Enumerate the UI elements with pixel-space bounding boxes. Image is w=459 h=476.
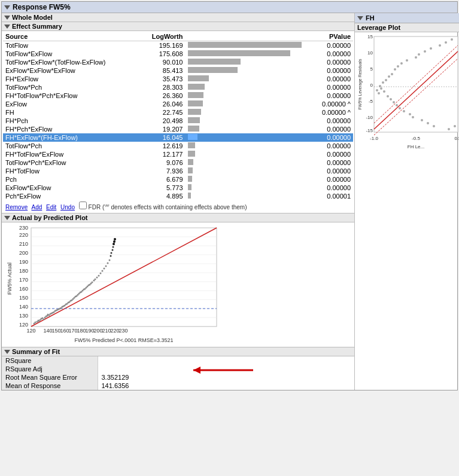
undo-link[interactable]: Undo (60, 204, 75, 210)
fh-collapse-icon[interactable] (357, 16, 363, 20)
svg-point-141 (400, 62, 403, 65)
fh-titlebar: FH (355, 13, 459, 23)
svg-text:5: 5 (370, 66, 373, 72)
sof-value-1 (98, 365, 181, 373)
svg-point-104 (113, 240, 115, 243)
svg-point-94 (102, 270, 104, 272)
es-bar-10 (186, 125, 310, 133)
es-pvalue-8: 0.00000 ^ (310, 108, 354, 117)
svg-point-152 (433, 125, 435, 127)
svg-text:-1.0: -1.0 (370, 136, 378, 141)
svg-point-91 (96, 277, 98, 279)
es-bar-8 (186, 108, 310, 117)
effect-summary-collapse-icon[interactable] (4, 25, 10, 29)
svg-point-93 (100, 273, 102, 274)
sof-row: RSquare Adj (2, 365, 181, 373)
svg-point-138 (396, 104, 398, 106)
es-source-6: FH*TotFlow*Pch*ExFlow (3, 91, 139, 100)
svg-point-132 (387, 95, 389, 97)
svg-point-101 (112, 249, 114, 251)
es-pvalue-9: 0.00000 (310, 117, 354, 125)
es-source-2: TotFlow*ExFlow*(TotFlow-ExFlow) (3, 58, 139, 66)
collapse-icon[interactable] (4, 5, 10, 10)
abp-title: Actual by Predicted Plot (12, 214, 88, 221)
es-bar-0 (186, 41, 310, 50)
right-column: FH Leverage Plot 15 10 5 0 -5 -10 -15 -1 (355, 13, 459, 390)
sof-label-1: RSquare Adj (2, 365, 98, 373)
svg-text:170: 170 (19, 277, 28, 283)
sof-content-area: RSquare RSquare Adj Root Mean Square Err… (2, 356, 354, 390)
es-source-3: ExFlow*ExFlow*ExFlow (3, 66, 139, 75)
svg-text:200: 200 (19, 250, 28, 256)
summary-of-fit-section: Summary of Fit RSquare RSquare Adj Root … (2, 347, 354, 390)
col-pvalue: PValue (310, 32, 354, 41)
es-logworth-5: 28.303 (139, 83, 185, 91)
abp-collapse-icon[interactable] (4, 216, 10, 220)
svg-point-40 (35, 322, 37, 324)
es-logworth-8: 22.745 (139, 108, 185, 117)
sof-value-0 (98, 356, 181, 365)
svg-text:150: 150 (51, 328, 60, 334)
es-pvalue-4: 0.00000 (310, 75, 354, 83)
es-source-7: ExFlow (3, 100, 139, 108)
svg-point-144 (409, 113, 411, 115)
es-pvalue-10: 0.00000 (310, 125, 354, 133)
svg-point-135 (391, 73, 393, 75)
es-bar-13 (186, 150, 310, 158)
response-fw5-titlebar: Response FW5% (2, 2, 457, 13)
svg-text:210: 210 (19, 241, 28, 247)
sof-row: Mean of Response 141.6356 (2, 382, 181, 390)
svg-point-127 (379, 85, 381, 87)
remove-link[interactable]: Remove (5, 204, 28, 210)
svg-text:-15: -15 (366, 128, 373, 133)
svg-point-133 (388, 75, 390, 78)
svg-point-88 (92, 282, 93, 283)
sof-label-3: Mean of Response (2, 382, 98, 390)
es-bar-12 (186, 142, 310, 150)
svg-point-92 (98, 275, 100, 277)
es-source-16: Pch (3, 175, 139, 184)
es-bar-4 (186, 75, 310, 83)
edit-link[interactable]: Edit (46, 204, 56, 210)
svg-marker-107 (193, 367, 200, 374)
es-source-18: Pch*ExFlow (3, 192, 139, 200)
whole-model-collapse-icon[interactable] (4, 16, 10, 20)
svg-point-126 (378, 92, 380, 94)
es-logworth-15: 7.936 (139, 167, 185, 175)
sof-value-2: 3.352129 (98, 373, 181, 382)
svg-point-96 (105, 266, 107, 267)
svg-point-149 (424, 50, 426, 53)
svg-point-134 (390, 98, 392, 100)
es-logworth-9: 20.498 (139, 117, 185, 125)
es-source-17: ExFlow*ExFlow (3, 184, 139, 192)
es-source-11: FH*ExFlow*(FH-ExFlow) (3, 133, 139, 142)
leverage-plot-title: Leverage Plot (357, 24, 400, 31)
svg-point-147 (418, 53, 420, 56)
es-source-14: TotFlow*Pch*ExFlow (3, 158, 139, 167)
svg-text:140: 140 (19, 304, 28, 310)
col-logworth: LogWorth (139, 32, 185, 41)
es-logworth-2: 90.010 (139, 58, 185, 66)
svg-point-146 (415, 56, 417, 59)
col-bar (186, 32, 310, 41)
es-pvalue-7: 0.00000 ^ (310, 100, 354, 108)
effect-summary-footer: Remove Add Edit Undo FDR ('^' denotes ef… (3, 200, 353, 212)
add-link[interactable]: Add (31, 204, 42, 210)
fdr-checkbox[interactable] (79, 202, 87, 209)
whole-model-title: Whole Model (12, 14, 53, 21)
effect-summary-section: Effect Summary (2, 22, 354, 31)
es-bar-14 (186, 158, 310, 167)
fh-title: FH (366, 14, 375, 22)
es-pvalue-1: 0.00000 (310, 50, 354, 58)
leverage-plot-svg: 15 10 5 0 -5 -10 -15 -1.0 -0.5 0.5 FW5% … (356, 33, 459, 153)
sof-collapse-icon[interactable] (4, 350, 10, 354)
es-logworth-6: 26.360 (139, 91, 185, 100)
svg-point-98 (109, 260, 111, 261)
abp-plot-container: 120 130 140 150 160 170 180 190 200 210 … (2, 222, 354, 347)
es-bar-9 (186, 117, 310, 125)
svg-point-154 (445, 41, 447, 44)
svg-text:FH Le...: FH Le... (408, 144, 424, 149)
es-bar-2 (186, 58, 310, 66)
es-pvalue-17: 0.00000 (310, 184, 354, 192)
es-source-12: TotFlow*Pch (3, 142, 139, 150)
